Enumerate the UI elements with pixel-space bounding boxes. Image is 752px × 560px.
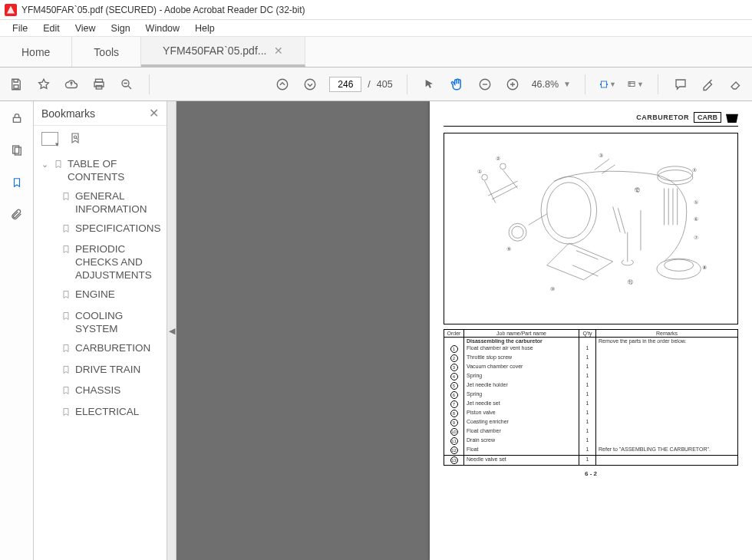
bookmark-root[interactable]: ⌄ TABLE OF CONTENTS <box>40 155 163 187</box>
svg-text:⑩: ⑩ <box>550 286 555 292</box>
panel-collapse-handle[interactable]: ◀ <box>167 101 176 560</box>
th-name: Job name/Part name <box>464 330 579 338</box>
page-total: 405 <box>377 79 393 90</box>
bookmark-label: TABLE OF CONTENTS <box>68 158 162 184</box>
selection-arrow-icon[interactable] <box>421 76 438 93</box>
table-row: 12Float1Refer to "ASSEMBLING THE CARBURE… <box>444 446 738 456</box>
hand-tool-icon[interactable] <box>449 76 466 93</box>
page-down-icon[interactable] <box>302 76 318 93</box>
page-number-input[interactable] <box>329 77 361 92</box>
bookmark-label: ENGINE <box>75 288 115 301</box>
find-bookmark-icon[interactable] <box>69 131 81 147</box>
svg-text:⑪: ⑪ <box>628 279 633 285</box>
menu-sign[interactable]: Sign <box>104 21 138 35</box>
menu-help[interactable]: Help <box>187 21 223 35</box>
menu-file[interactable]: File <box>5 21 35 35</box>
print-icon[interactable] <box>91 76 107 93</box>
bookmark-icon <box>61 385 72 400</box>
panel-close-icon[interactable]: ✕ <box>149 106 159 120</box>
table-row: 11Drain screw1 <box>444 436 738 446</box>
panel-title: Bookmarks <box>41 107 95 120</box>
bookmark-label: SPECIFICATIONS <box>75 222 161 236</box>
attachments-icon[interactable] <box>9 207 25 222</box>
tab-close-icon[interactable]: ✕ <box>274 44 283 57</box>
bookmark-item[interactable]: GENERAL INFORMATION <box>60 187 163 219</box>
th-remarks: Remarks <box>596 330 738 338</box>
tab-tools[interactable]: Tools <box>72 37 141 67</box>
bookmark-item[interactable]: CARBURETION <box>60 339 163 361</box>
svg-rect-9 <box>602 81 607 87</box>
table-title-cell: Disassembling the carburetor <box>464 338 579 345</box>
svg-text:①: ① <box>477 169 482 174</box>
svg-text:⑧: ⑧ <box>702 265 707 270</box>
svg-point-6 <box>305 79 316 90</box>
bookmark-options-icon[interactable] <box>41 132 58 146</box>
cloud-upload-icon[interactable] <box>63 76 80 93</box>
table-row: 10Float chamber1 <box>444 427 738 436</box>
bookmark-item[interactable]: COOLING SYSTEM <box>60 307 163 339</box>
zoom-out-icon[interactable] <box>477 76 493 93</box>
bookmark-item[interactable]: SPECIFICATIONS <box>60 219 163 241</box>
document-viewer[interactable]: CARBURETOR CARB <box>176 101 752 560</box>
tab-bar: Home Tools YFM450FAR`05.pdf... ✕ <box>0 37 752 68</box>
svg-text:④: ④ <box>692 167 697 173</box>
page-sep: / <box>368 79 370 90</box>
carb-symbol-icon <box>726 112 738 123</box>
bookmark-icon <box>61 289 72 304</box>
erase-icon[interactable] <box>727 76 744 93</box>
toolbar-separator <box>585 74 585 94</box>
parts-table: Order Job name/Part name Q'ty Remarks Di… <box>444 329 738 466</box>
page-up-icon[interactable] <box>274 76 291 93</box>
bookmark-icon <box>61 364 72 379</box>
tab-document[interactable]: YFM450FAR`05.pdf... ✕ <box>141 37 305 67</box>
magnify-icon[interactable] <box>118 76 135 93</box>
comment-icon[interactable] <box>672 76 689 93</box>
bookmark-item[interactable]: PERIODIC CHECKS AND ADJUSTMENTS <box>60 240 163 285</box>
toolbar-separator <box>149 74 150 94</box>
zoom-control[interactable]: 46.8% ▼ <box>532 79 571 90</box>
bookmark-item[interactable]: ENGINE <box>60 285 163 307</box>
save-icon[interactable] <box>8 76 25 93</box>
menu-window[interactable]: Window <box>138 21 187 35</box>
lock-icon[interactable] <box>9 110 25 126</box>
window-title: YFM450FAR`05.pdf (SECURED) - Adobe Acrob… <box>21 5 305 15</box>
svg-point-22 <box>512 226 523 238</box>
zoom-in-icon[interactable] <box>504 76 521 93</box>
svg-text:⑨: ⑨ <box>506 246 511 252</box>
table-row: 13Needle valve set1 <box>444 456 738 466</box>
fit-width-icon[interactable]: ▼ <box>599 76 616 93</box>
table-row: 3Vacuum chamber cover1 <box>444 363 738 372</box>
bookmark-item[interactable]: DRIVE TRAIN <box>60 361 163 382</box>
svg-point-14 <box>74 136 76 138</box>
table-row: 1Float chamber air vent hose1 <box>444 344 738 354</box>
thumbnails-icon[interactable] <box>9 143 25 158</box>
toolbar-separator <box>658 74 658 94</box>
svg-point-17 <box>658 170 693 185</box>
highlight-icon[interactable] <box>700 76 717 93</box>
svg-point-19 <box>657 259 701 279</box>
bookmark-icon <box>61 244 72 259</box>
main-area: Bookmarks ✕ ⌄ TABLE OF CONTENTS GENERAL … <box>0 101 752 560</box>
svg-text:②: ② <box>496 156 500 161</box>
menu-view[interactable]: View <box>68 21 104 35</box>
bookmark-item[interactable]: ELECTRICAL <box>60 403 163 424</box>
tab-home[interactable]: Home <box>0 37 72 67</box>
tab-document-label: YFM450FAR`05.pdf... <box>163 44 266 57</box>
svg-point-20 <box>665 259 694 271</box>
bookmark-icon <box>61 223 72 238</box>
bookmarks-tree[interactable]: ⌄ TABLE OF CONTENTS GENERAL INFORMATIONS… <box>34 152 167 560</box>
th-order: Order <box>444 330 464 338</box>
svg-point-15 <box>541 176 597 244</box>
th-qty: Q'ty <box>579 330 596 338</box>
svg-rect-3 <box>96 85 102 89</box>
bookmark-label: CHASSIS <box>75 384 120 397</box>
bookmarks-rail-icon[interactable] <box>9 175 25 190</box>
bookmark-item[interactable]: CHASSIS <box>60 381 163 403</box>
page-display-icon[interactable]: ▼ <box>627 76 644 93</box>
menu-edit[interactable]: Edit <box>35 21 68 35</box>
star-icon[interactable] <box>35 76 52 93</box>
section-box: CARB <box>694 112 721 123</box>
table-row: 2Throttle stop screw1 <box>444 354 738 363</box>
tree-expand-icon[interactable]: ⌄ <box>41 160 51 170</box>
exploded-diagram: ①②③ ④⑤⑥ ⑦⑧⑨ ⑩⑪⑫ <box>444 133 738 324</box>
